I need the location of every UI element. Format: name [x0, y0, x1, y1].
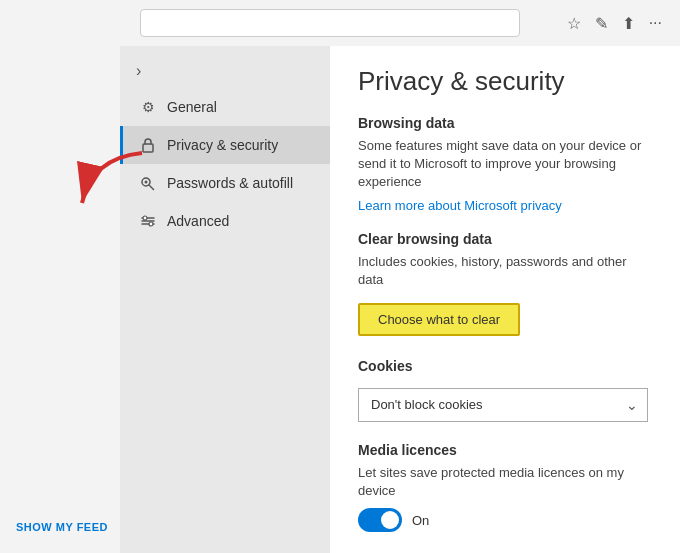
cookies-dropdown[interactable]: Don't block cookies Block only third-par… [358, 388, 648, 422]
sidebar-item-general-label: General [167, 99, 217, 115]
cookies-section: Cookies Don't block cookies Block only t… [358, 358, 652, 422]
media-toggle[interactable] [358, 508, 402, 532]
advanced-icon [139, 212, 157, 230]
choose-what-to-clear-button[interactable]: Choose what to clear [358, 303, 520, 336]
media-toggle-row: On [358, 508, 652, 532]
share-icon[interactable]: ⬆ [622, 14, 635, 33]
more-icon[interactable]: ··· [649, 14, 662, 32]
top-bar: ☆ ✎ ⬆ ··· [0, 0, 680, 46]
svg-rect-0 [143, 144, 153, 152]
sidebar-item-privacy-label: Privacy & security [167, 137, 278, 153]
page-title: Privacy & security [358, 66, 652, 97]
favorites-icon[interactable]: ☆ [567, 14, 581, 33]
browsing-data-title: Browsing data [358, 115, 652, 131]
cookies-dropdown-wrapper: Don't block cookies Block only third-par… [358, 388, 648, 422]
toggle-on-label: On [412, 513, 429, 528]
media-licences-title: Media licences [358, 442, 652, 458]
clear-browsing-title: Clear browsing data [358, 231, 652, 247]
media-licences-desc: Let sites save protected media licences … [358, 464, 652, 500]
sidebar-item-general[interactable]: ⚙ General [120, 88, 330, 126]
sidebar-item-privacy[interactable]: Privacy & security [120, 126, 330, 164]
privacy-icon [139, 136, 157, 154]
svg-point-6 [143, 216, 147, 220]
address-bar[interactable] [140, 9, 520, 37]
settings-sidebar: › ⚙ General Privacy & security [120, 46, 330, 553]
sidebar-item-passwords[interactable]: Passwords & autofill [120, 164, 330, 202]
address-bar-area [10, 9, 551, 37]
show-my-feed-button[interactable]: SHOW MY FEED [0, 521, 120, 533]
svg-point-2 [145, 181, 148, 184]
toggle-knob [381, 511, 399, 529]
general-icon: ⚙ [139, 98, 157, 116]
passwords-icon [139, 174, 157, 192]
narrow-sidebar: SHOW MY FEED [0, 46, 120, 553]
browsing-data-desc: Some features might save data on your de… [358, 137, 652, 192]
cookies-title: Cookies [358, 358, 652, 374]
sidebar-expand-icon[interactable]: › [120, 54, 330, 88]
learn-more-link[interactable]: Learn more about Microsoft privacy [358, 198, 652, 213]
media-licences-section: Media licences Let sites save protected … [358, 442, 652, 532]
top-icons: ☆ ✎ ⬆ ··· [567, 14, 670, 33]
sidebar-item-advanced-label: Advanced [167, 213, 229, 229]
sidebar-item-advanced[interactable]: Advanced [120, 202, 330, 240]
svg-point-7 [149, 222, 153, 226]
pen-icon[interactable]: ✎ [595, 14, 608, 33]
clear-browsing-desc: Includes cookies, history, passwords and… [358, 253, 652, 289]
main-container: SHOW MY FEED › ⚙ General Privacy & secur… [0, 46, 680, 553]
main-content: Privacy & security Browsing data Some fe… [330, 46, 680, 553]
sidebar-item-passwords-label: Passwords & autofill [167, 175, 293, 191]
